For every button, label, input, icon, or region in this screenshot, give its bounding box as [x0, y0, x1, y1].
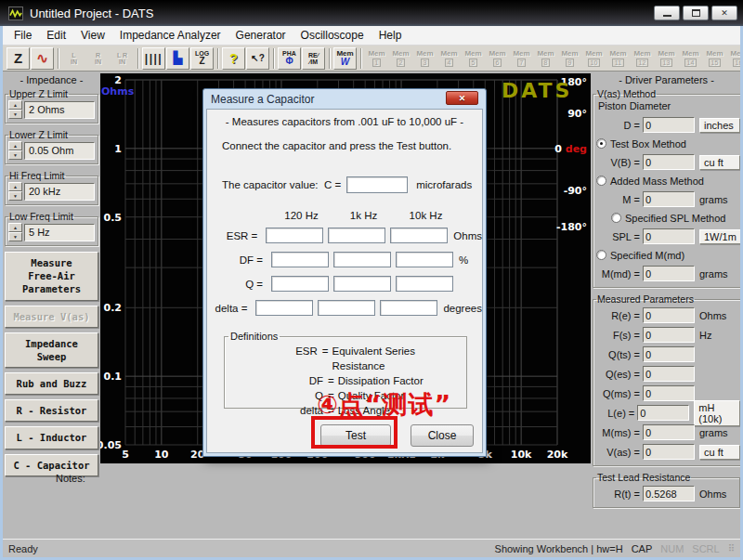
window-border-left	[0, 26, 3, 560]
delta-input-3[interactable]	[380, 300, 437, 316]
dats-logo: DATS	[502, 79, 572, 102]
dialog-close-button[interactable]: ✕	[446, 91, 478, 105]
dialog-title-bar[interactable]: Measure a Capacitor ✕	[206, 89, 483, 109]
menu-bar: FileEditViewImpedance AnalyzerGeneratorO…	[3, 26, 740, 46]
df-input-1[interactable]	[271, 252, 329, 267]
dialog-close-action-button[interactable]: Close	[411, 424, 474, 447]
measured-q-ms-input[interactable]	[643, 385, 695, 401]
spinner-up-icon[interactable]: ▲	[8, 182, 22, 191]
impedance-z-button[interactable]: Z	[7, 47, 30, 70]
spinner-up-icon[interactable]: ▲	[8, 141, 22, 150]
capacitor-value-row: The capacitor value: C = microfarads	[222, 176, 472, 193]
status-flag-cap: CAP	[632, 543, 653, 554]
spinner-low-freq-limit: ▲▼	[8, 223, 22, 241]
spinner-down-icon[interactable]: ▼	[8, 110, 22, 119]
measured-q-es-input[interactable]	[643, 366, 695, 382]
spinner-hi-freq-limit: ▲▼	[8, 182, 22, 201]
q-input-1[interactable]	[271, 276, 329, 292]
phase-button[interactable]: PHAΦ	[278, 47, 301, 70]
spinner-down-icon[interactable]: ▼	[8, 191, 22, 201]
vas-d-input[interactable]	[643, 117, 695, 133]
re-im-button[interactable]: RE∕∕IM	[302, 47, 325, 70]
close-button[interactable]: ✕	[711, 6, 737, 20]
vas-m-md-input[interactable]	[643, 266, 695, 281]
spinner-lower-z-limit: ▲▼	[8, 141, 22, 160]
menu-item-file[interactable]: File	[7, 27, 39, 44]
measured-q-ts-input[interactable]	[643, 346, 695, 362]
spinner-up-icon[interactable]: ▲	[8, 223, 22, 232]
q-input-3[interactable]	[396, 276, 453, 292]
mem-15-button: Mem15	[703, 47, 726, 70]
radio-specified-m-md[interactable]: Specified M(md)	[596, 246, 741, 264]
measured-v-as-input[interactable]	[643, 444, 695, 460]
radio-added-mass-method[interactable]: Added Mass Method	[596, 172, 741, 189]
test-lead-group: Test Lead Resistance R(t) =Ohms	[593, 472, 740, 508]
label-piston-diameter: Piston Diameter	[596, 100, 741, 115]
context-help-icon-button[interactable]: ↖?	[246, 47, 269, 70]
limit-value-low-freq-limit[interactable]: 5 Hz	[24, 224, 95, 241]
histogram-icon-button[interactable]: ▙	[166, 47, 189, 70]
esr-input-1[interactable]	[266, 228, 323, 243]
limit-value-lower-z-limit[interactable]: 0.05 Ohm	[24, 142, 95, 160]
menu-item-impedance-analyzer[interactable]: Impedance Analyzer	[112, 27, 228, 44]
impedance-panel: - Impedance - Upper Z Limit▲▼2 OhmsLower…	[5, 74, 98, 476]
delta-input-2[interactable]	[318, 300, 375, 316]
esr-input-2[interactable]	[328, 228, 385, 243]
test-lead-r-t-input[interactable]	[643, 486, 695, 501]
vas-v-b-input[interactable]	[643, 154, 695, 170]
impedance-panel-title: - Impedance -	[5, 74, 98, 85]
log-z-button[interactable]: LOGZ	[190, 47, 214, 70]
rub-and-buzz-button[interactable]: Rub and Buzz	[5, 372, 98, 395]
menu-item-view[interactable]: View	[73, 27, 112, 44]
measured-m-ms-input[interactable]	[643, 424, 695, 440]
close-icon: ✕	[721, 8, 728, 18]
vas-spl-input[interactable]	[643, 228, 695, 244]
limit-value-upper-z-limit[interactable]: 2 Ohms	[24, 101, 95, 119]
q-input-2[interactable]	[333, 276, 391, 292]
maximize-button[interactable]	[683, 6, 709, 20]
y-axis-tick-0.1: 0.1	[104, 371, 123, 383]
cu-ft-unit-button[interactable]: cu ft	[699, 155, 740, 170]
mem-w-button[interactable]: MemW	[333, 47, 357, 70]
1w-1m-unit-button[interactable]: 1W/1m	[699, 229, 741, 244]
vas-m-input[interactable]	[643, 191, 695, 207]
menu-item-generator[interactable]: Generator	[228, 27, 293, 44]
l-inductor-button[interactable]: L - Inductor	[5, 426, 98, 449]
spinner-down-icon[interactable]: ▼	[8, 150, 22, 160]
measured-row-v-as: V(as) =cu ft	[596, 442, 740, 462]
measured-l-e-input[interactable]	[637, 405, 689, 421]
menu-item-edit[interactable]: Edit	[39, 27, 73, 44]
mh-10k-unit-button[interactable]: mH (10k)	[694, 400, 740, 426]
measure-free-air-parameters-button[interactable]: Measure Free-Air Parameters	[5, 252, 98, 301]
df-input-3[interactable]	[396, 252, 453, 267]
y-axis-tick-0.05: 0.05	[100, 439, 122, 451]
spinner-down-icon[interactable]: ▼	[8, 232, 22, 241]
esr-input-3[interactable]	[390, 228, 448, 243]
toolbar-separator	[273, 48, 275, 69]
menu-item-oscilloscope[interactable]: Oscilloscope	[293, 27, 372, 44]
menu-item-help[interactable]: Help	[372, 27, 410, 44]
cu-ft-unit-button[interactable]: cu ft	[699, 445, 740, 460]
radio-test-box-method[interactable]: Test Box Method	[596, 135, 741, 152]
radio-specified-spl-method[interactable]: Specified SPL Method	[596, 209, 741, 227]
help-icon-button[interactable]: ?	[222, 47, 245, 70]
minimize-button[interactable]	[654, 6, 680, 20]
sine-wave-icon-button[interactable]: ∿	[31, 47, 54, 70]
delta-input-1[interactable]	[255, 300, 313, 316]
limit-value-hi-freq-limit[interactable]: 20 kHz	[24, 183, 95, 201]
impedance-sweep-button[interactable]: Impedance Sweep	[5, 332, 98, 368]
df-input-2[interactable]	[333, 252, 391, 267]
measured-r-e-input[interactable]	[643, 307, 695, 323]
inches-unit-button[interactable]: inches	[699, 118, 740, 133]
status-bar: Ready Showing Workbench | hw=H CAPNUMSCR…	[3, 539, 740, 557]
notes-label: Notes:	[56, 473, 85, 484]
r-resistor-button[interactable]: R - Resistor	[5, 399, 98, 422]
bars-icon-button[interactable]: ||||	[142, 47, 165, 70]
test-lead-row-r-t: R(t) =Ohms	[596, 484, 736, 503]
status-flags: CAPNUMSCRL	[632, 543, 720, 554]
measure-v-as-button: Measure V(as)	[5, 306, 98, 328]
spinner-up-icon[interactable]: ▲	[8, 100, 22, 110]
measured-row-r-e: R(e) =Ohms	[596, 306, 740, 325]
capacitor-value-input[interactable]	[346, 176, 408, 193]
measured-f-s-input[interactable]	[643, 327, 695, 343]
